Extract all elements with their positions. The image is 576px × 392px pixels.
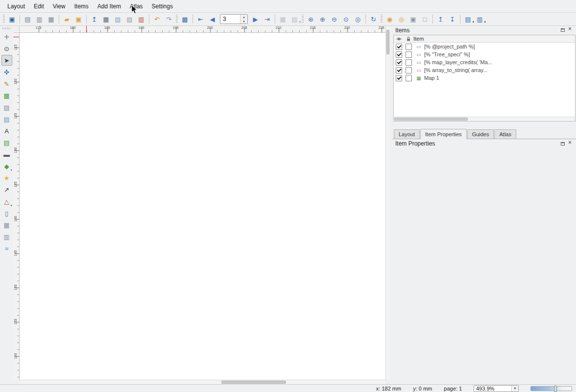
unlock-all-items-button[interactable]: ◎ bbox=[396, 14, 407, 24]
zoom-level-combobox[interactable]: 493.9% ▼ bbox=[474, 385, 519, 392]
item-lock-checkbox[interactable] bbox=[406, 59, 412, 66]
add-marker-tool[interactable]: ★ bbox=[1, 172, 12, 183]
zoom-full-button[interactable]: ⊛ bbox=[305, 14, 316, 24]
select-move-item-tool[interactable]: ➤ bbox=[1, 55, 12, 66]
save-as-template-button[interactable]: ▣ bbox=[73, 14, 84, 24]
atlas-first-feature-button[interactable]: ⇤ bbox=[195, 14, 206, 24]
dock-tab[interactable]: Atlas bbox=[494, 129, 516, 139]
add-scalebar-tool[interactable]: ▬ bbox=[1, 149, 12, 160]
zoom-slider-handle[interactable] bbox=[554, 386, 557, 392]
toolbar-separator[interactable] bbox=[192, 15, 193, 24]
zoom-actual-size-button[interactable]: ⊙ bbox=[340, 14, 352, 24]
distribute-items-button[interactable]: ▥ bbox=[474, 14, 485, 24]
add-label-tool[interactable]: A bbox=[1, 125, 12, 136]
group-items-button[interactable]: ▣ bbox=[408, 14, 419, 24]
menu-item[interactable]: Layout bbox=[3, 1, 29, 12]
add-3d-map-tool[interactable]: ▧ bbox=[1, 102, 12, 113]
zoom-out-button[interactable]: ⊖ bbox=[329, 14, 340, 24]
dock-tab[interactable]: Layout bbox=[394, 129, 420, 139]
dock-tab[interactable]: Guides bbox=[467, 129, 494, 139]
toolbar-separator[interactable] bbox=[20, 15, 20, 24]
item-lock-checkbox[interactable] bbox=[406, 44, 412, 50]
spin-up-icon[interactable]: ▲ bbox=[240, 15, 247, 19]
zoom-slider[interactable] bbox=[530, 386, 572, 391]
add-node-item-tool[interactable]: △ bbox=[1, 196, 12, 207]
item-visibility-checkbox[interactable] bbox=[396, 67, 402, 74]
item-visibility-checkbox[interactable] bbox=[396, 75, 402, 81]
refresh-view-button[interactable]: ↻ bbox=[368, 14, 379, 24]
zoom-tool[interactable]: ⊙ bbox=[1, 43, 12, 54]
add-map-tool[interactable]: ▦ bbox=[1, 90, 12, 101]
export-as-image-button[interactable]: ▨ bbox=[112, 14, 123, 24]
items-tree-row[interactable]: ▦ Map 1 bbox=[394, 74, 575, 82]
layout-page-canvas[interactable] bbox=[20, 33, 385, 380]
dock-splitter[interactable] bbox=[392, 122, 576, 129]
close-panel-icon[interactable] bbox=[568, 142, 573, 146]
lock-selected-items-button[interactable]: ◉ bbox=[384, 14, 395, 24]
canvas-vertical-scrollbar[interactable] bbox=[385, 26, 390, 380]
add-fixed-table-tool[interactable]: ▥ bbox=[1, 231, 12, 242]
zoom-to-width-button[interactable]: ◎ bbox=[352, 14, 363, 24]
export-layout-button[interactable]: ↥ bbox=[89, 14, 100, 24]
close-panel-icon[interactable] bbox=[568, 28, 573, 32]
atlas-last-feature-button[interactable]: ⇥ bbox=[262, 14, 273, 24]
pan-layout-tool[interactable]: ✛ bbox=[1, 31, 12, 42]
canvas-horizontal-scrollbar[interactable] bbox=[20, 380, 385, 384]
item-lock-checkbox[interactable] bbox=[406, 51, 412, 58]
raise-items-button[interactable]: ↥ bbox=[435, 14, 446, 24]
item-visibility-checkbox[interactable] bbox=[396, 51, 402, 58]
redo-button[interactable]: ↷ bbox=[163, 14, 174, 24]
toolbar-handle[interactable] bbox=[176, 15, 178, 24]
items-tree-row[interactable]: ▭ [% array_to_string( array... bbox=[394, 66, 575, 74]
float-panel-icon[interactable] bbox=[561, 142, 565, 146]
item-visibility-checkbox[interactable] bbox=[396, 59, 402, 66]
ungroup-items-button[interactable]: □ bbox=[419, 14, 431, 24]
undo-button[interactable]: ↶ bbox=[151, 14, 163, 24]
add-items-from-template-button[interactable]: ▰ bbox=[61, 14, 72, 24]
layout-manager-button[interactable]: ▦ bbox=[46, 14, 57, 24]
spinbox-arrows[interactable]: ▲ ▼ bbox=[240, 15, 247, 24]
menu-item[interactable]: Settings bbox=[147, 1, 177, 12]
items-tree-row[interactable]: ▭ [% "Tree_speci" %] bbox=[394, 50, 575, 58]
toolbar-separator[interactable] bbox=[275, 15, 275, 24]
toolbar-separator[interactable] bbox=[460, 15, 460, 24]
atlas-previous-feature-button[interactable]: ◀ bbox=[207, 14, 218, 24]
item-lock-checkbox[interactable] bbox=[406, 67, 412, 74]
toolbar-separator[interactable] bbox=[86, 15, 87, 24]
vertical-scrollbar-thumb[interactable] bbox=[386, 30, 389, 54]
toolbar-separator[interactable] bbox=[432, 15, 433, 24]
lower-items-button[interactable]: ↧ bbox=[447, 14, 458, 24]
horizontal-ruler[interactable]: 175180185190195200205210215220225 bbox=[20, 26, 385, 33]
toolbar-handle[interactable] bbox=[381, 15, 383, 24]
add-arrow-tool[interactable]: ↗ bbox=[1, 184, 12, 195]
new-layout-button[interactable]: ▤ bbox=[22, 14, 33, 24]
atlas-next-feature-button[interactable]: ▶ bbox=[250, 14, 261, 24]
float-panel-icon[interactable] bbox=[561, 28, 565, 32]
vertical-ruler[interactable]: 115120125130135140145150155160 bbox=[13, 33, 20, 380]
menu-item[interactable]: View bbox=[48, 1, 70, 12]
item-visibility-checkbox[interactable] bbox=[396, 44, 402, 50]
add-shape-tool[interactable]: ◆ bbox=[1, 161, 12, 172]
add-picture-tool[interactable]: ▨ bbox=[1, 114, 12, 124]
toolbar-separator[interactable] bbox=[149, 15, 149, 24]
add-legend-tool[interactable]: ▤ bbox=[1, 137, 12, 148]
menu-item[interactable]: Add Item bbox=[93, 1, 125, 12]
add-html-tool[interactable]: ▯ bbox=[1, 208, 12, 219]
menu-item[interactable]: Edit bbox=[29, 1, 48, 12]
spin-down-icon[interactable]: ▼ bbox=[240, 19, 247, 24]
add-elevation-profile-tool[interactable]: ≈ bbox=[1, 243, 12, 254]
atlas-settings-button[interactable]: ▩ bbox=[179, 14, 191, 24]
print-layout-button[interactable]: ▦ bbox=[100, 14, 112, 24]
menu-item[interactable]: Items bbox=[70, 1, 93, 12]
print-atlas-button[interactable]: ▦ bbox=[277, 14, 288, 24]
duplicate-layout-button[interactable]: ▥ bbox=[34, 14, 45, 24]
toolbox-handle[interactable] bbox=[2, 27, 11, 29]
edit-nodes-item-tool[interactable]: ✎ bbox=[1, 78, 12, 89]
align-items-button[interactable]: ▤ bbox=[462, 14, 474, 24]
items-tree-scrollbar-thumb[interactable] bbox=[394, 118, 468, 121]
chevron-down-icon[interactable]: ▼ bbox=[511, 386, 518, 392]
toolbar-separator[interactable] bbox=[365, 15, 366, 24]
dock-tab[interactable]: Item Properties bbox=[420, 129, 467, 139]
items-tree-horizontal-scrollbar[interactable] bbox=[394, 117, 575, 121]
save-project-button[interactable]: ▣ bbox=[6, 14, 18, 24]
